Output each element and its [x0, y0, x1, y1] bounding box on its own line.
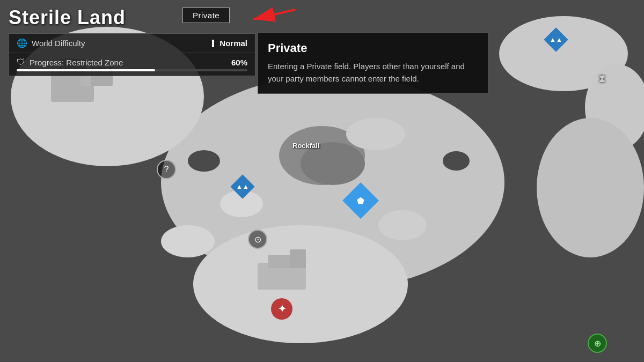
map-marker-green[interactable]: ⊕	[588, 334, 607, 353]
svg-rect-13	[290, 249, 306, 268]
map-marker-main[interactable]: ⬟	[348, 188, 374, 213]
map-marker-chevron-2[interactable]: ▲▲	[234, 178, 251, 195]
svg-point-9	[537, 118, 644, 257]
svg-point-19	[161, 225, 215, 257]
private-button[interactable]: Private	[182, 8, 230, 23]
map-marker-target[interactable]: ⊙	[248, 230, 267, 249]
map-marker-hourglass: ⧗	[598, 72, 606, 85]
map-marker-enemy[interactable]: ✦	[271, 298, 292, 320]
svg-rect-6	[91, 67, 113, 86]
map-marker-chevron-1[interactable]: ▲▲	[547, 31, 565, 48]
svg-point-15	[301, 142, 365, 185]
svg-point-2	[11, 27, 204, 166]
svg-point-17	[346, 118, 405, 150]
svg-rect-4	[59, 59, 86, 75]
svg-point-18	[378, 210, 427, 240]
svg-point-21	[443, 151, 470, 171]
map-marker-question[interactable]: ?	[157, 160, 176, 179]
map-background	[0, 0, 644, 362]
svg-point-20	[188, 150, 220, 172]
